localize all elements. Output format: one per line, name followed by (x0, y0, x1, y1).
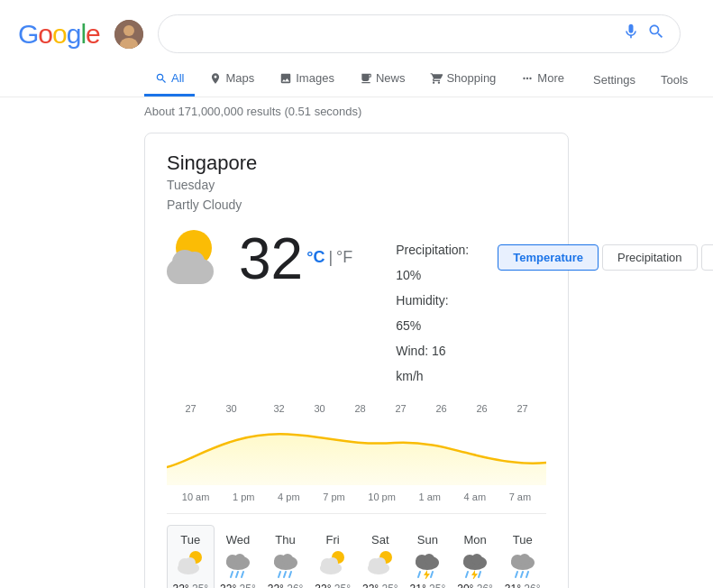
svg-marker-32 (424, 570, 430, 579)
svg-line-37 (479, 572, 480, 577)
nav-more[interactable]: More (510, 62, 575, 96)
microphone-icon[interactable] (622, 23, 640, 45)
forecast-icon-7 (508, 550, 537, 579)
nav-news[interactable]: News (349, 62, 416, 96)
nav-images[interactable]: Images (269, 62, 345, 96)
svg-line-36 (466, 572, 468, 577)
svg-point-15 (282, 554, 293, 565)
nav-tools[interactable]: Tools (650, 64, 699, 96)
forecast-day-7[interactable]: Tue 31° 26° (498, 525, 546, 588)
forecast-day-1[interactable]: Wed 32° 25° (215, 525, 262, 588)
nav-maps[interactable]: Maps (198, 62, 265, 96)
forecast-icon-4 (366, 550, 395, 579)
google-logo[interactable]: Google (18, 19, 100, 50)
svg-line-42 (516, 572, 517, 577)
svg-line-10 (231, 572, 233, 577)
search-bar[interactable] (158, 14, 681, 53)
svg-point-29 (424, 554, 434, 565)
temp-main: 32 °C | °F (167, 230, 352, 288)
svg-marker-38 (471, 570, 478, 579)
forecast-day-5[interactable]: Sun 31° 25° (404, 525, 452, 588)
svg-line-43 (521, 572, 523, 577)
chart-toggle-container: Temperature Precipitation Wind (498, 230, 713, 271)
svg-point-35 (471, 554, 482, 565)
forecast-day-4[interactable]: Sat 32° 25° (357, 525, 405, 588)
search-submit-icon[interactable] (647, 23, 665, 45)
unit-celsius[interactable]: °C (306, 248, 325, 267)
search-input[interactable] (173, 26, 615, 42)
header: Google (0, 0, 713, 62)
svg-line-11 (236, 572, 238, 577)
temp-details: Precipitation: 10% Humidity: 65% Wind: 1… (396, 230, 469, 389)
svg-line-30 (418, 572, 420, 577)
temperature-display: 32 (239, 230, 303, 288)
navigation: All Maps Images News Shopping More Setti… (0, 62, 713, 97)
weekly-forecast: Tue 32° 25° Wed (167, 513, 546, 588)
toggle-precipitation[interactable]: Precipitation (602, 244, 698, 271)
forecast-icon-0 (176, 550, 205, 579)
forecast-day-0[interactable]: Tue 32° 25° (167, 525, 215, 588)
svg-line-16 (279, 572, 280, 577)
unit-separator: | (328, 248, 333, 267)
svg-point-6 (185, 557, 196, 568)
forecast-day-3[interactable]: Fri 32° 25° (309, 525, 357, 588)
temp-unit-toggle: °C | °F (306, 248, 352, 267)
svg-line-12 (242, 572, 243, 577)
svg-point-1 (123, 25, 134, 36)
forecast-day-6[interactable]: Mon 30° 26° (452, 525, 499, 588)
forecast-icon-3 (318, 550, 347, 579)
weather-card: Singapore Tuesday Partly Cloudy 32 °C | … (144, 133, 569, 588)
svg-line-18 (289, 572, 291, 577)
forecast-icon-5 (413, 550, 442, 579)
nav-all[interactable]: All (144, 62, 195, 96)
results-info: About 171,000,000 results (0.51 seconds) (0, 97, 713, 125)
avatar[interactable] (114, 20, 143, 49)
nav-settings[interactable]: Settings (582, 64, 646, 96)
svg-point-26 (375, 557, 386, 568)
svg-line-31 (431, 572, 433, 577)
weather-icon-large (167, 230, 224, 288)
temp-section: 32 °C | °F Precipitation: 10% Humidity: … (167, 230, 546, 389)
nav-shopping[interactable]: Shopping (419, 62, 507, 96)
forecast-day-2[interactable]: Thu 32° 26° (261, 525, 309, 588)
svg-point-41 (519, 554, 530, 565)
city-name: Singapore (167, 152, 546, 175)
chart-area: 27 30 32 30 28 27 26 26 27 10 am (167, 403, 546, 502)
svg-point-22 (327, 557, 338, 568)
toggle-wind[interactable]: Wind (701, 244, 713, 271)
forecast-icon-1 (224, 550, 252, 579)
day-condition: Tuesday Partly Cloudy (167, 175, 546, 216)
toggle-temperature[interactable]: Temperature (498, 244, 599, 271)
svg-line-44 (526, 572, 528, 577)
svg-point-9 (234, 554, 245, 565)
svg-line-17 (284, 572, 286, 577)
forecast-icon-6 (461, 550, 489, 579)
unit-fahrenheit[interactable]: °F (336, 248, 352, 267)
chart-toggle: Temperature Precipitation Wind (498, 244, 713, 271)
forecast-icon-2 (271, 550, 300, 579)
